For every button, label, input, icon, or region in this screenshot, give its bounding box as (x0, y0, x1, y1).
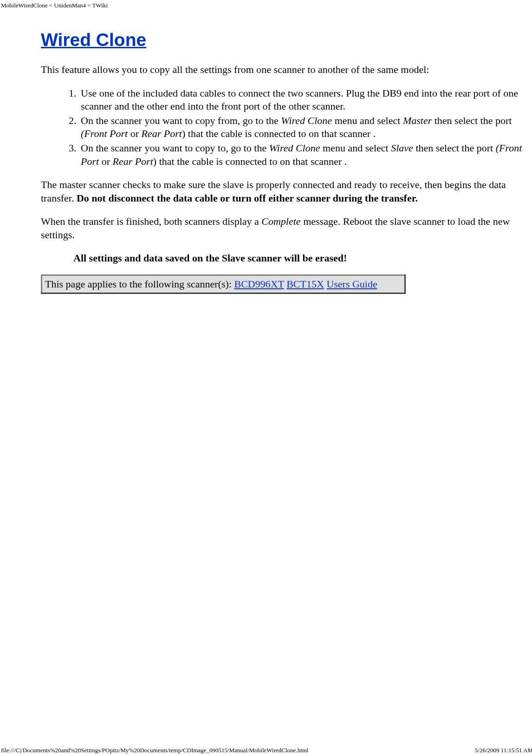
page-title-link[interactable]: Wired Clone (41, 30, 146, 50)
main-content: Wired Clone This feature allows you to c… (41, 30, 523, 294)
applies-box: This page applies to the following scann… (41, 274, 406, 294)
master-check-paragraph: The master scanner checks to make sure t… (41, 178, 523, 205)
link-bct15x[interactable]: BCT15X (286, 278, 324, 290)
complete-paragraph: When the transfer is finished, both scan… (41, 215, 523, 241)
link-users-guide[interactable]: Users Guide (326, 278, 377, 290)
intro-paragraph: This feature allows you to copy all the … (41, 63, 523, 77)
link-bcd996xt[interactable]: BCD996XT (234, 278, 284, 290)
applies-prefix: This page applies to the following scann… (45, 278, 234, 290)
breadcrumb: MobileWiredClone < UnidenMan4 < TWiki (0, 0, 532, 11)
steps-list: Use one of the included data cables to c… (41, 87, 523, 169)
step-3: On the scanner you want to copy to, go t… (79, 142, 523, 168)
warning-note: All settings and data saved on the Slave… (73, 252, 523, 264)
step-1: Use one of the included data cables to c… (79, 87, 523, 113)
applies-cell: This page applies to the following scann… (42, 275, 405, 293)
step-2: On the scanner you want to copy from, go… (79, 114, 523, 141)
page-title[interactable]: Wired Clone (41, 30, 523, 50)
